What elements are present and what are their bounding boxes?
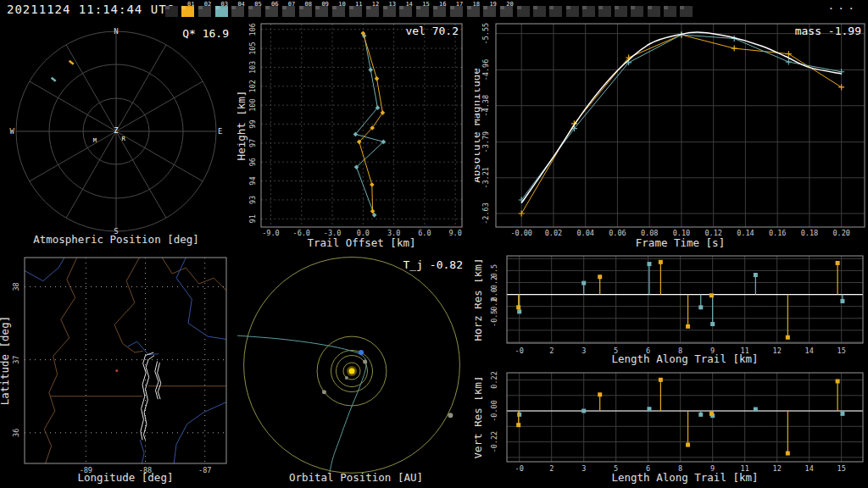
tab-notch: [483, 6, 487, 9]
frame-tab-blank-5[interactable]: [582, 6, 595, 17]
x-tick-label: -0.00: [510, 229, 532, 237]
x-tick-label: 12: [773, 347, 782, 355]
series-station-1: [516, 260, 839, 340]
frame-tab-blank-7[interactable]: [615, 6, 627, 17]
frame-tab-15[interactable]: 15: [416, 6, 429, 17]
frame-tab-blank-11[interactable]: [680, 6, 693, 17]
x-tick-label: 12: [773, 464, 782, 473]
frame-tab-18[interactable]: 18: [467, 6, 480, 17]
frame-tab-blank-2[interactable]: [533, 6, 546, 17]
y-tick-label: -2.63: [481, 202, 490, 225]
x-tick-label: 0.06: [609, 229, 626, 237]
tab-notch: [332, 6, 337, 9]
frame-tab-blank-3[interactable]: [549, 6, 562, 17]
frame-tab-03[interactable]: 03: [215, 6, 228, 17]
y-tick-label: -3.21: [481, 167, 490, 189]
frame-tab-19[interactable]: 19: [483, 6, 496, 17]
river-3: [128, 341, 159, 355]
frame-tab-blank-4[interactable]: [566, 6, 579, 17]
frame-tab-11[interactable]: 11: [349, 6, 362, 17]
y-tick-label: 0.22: [490, 371, 498, 388]
tab-number: 16: [439, 1, 446, 8]
frame-tab-08[interactable]: 08: [299, 6, 312, 17]
x-tick-label: 15: [837, 347, 846, 355]
tab-notch: [648, 6, 652, 9]
tab-notch: [299, 6, 303, 9]
x-tick-label: 2: [549, 347, 554, 355]
tab-notch: [315, 6, 320, 9]
river-1: [176, 258, 226, 340]
y-tick-label: 106: [248, 23, 257, 36]
x-tick-label: 0.16: [769, 229, 786, 237]
tab-number: 18: [473, 1, 480, 8]
y-tick-label: -4.96: [481, 59, 490, 81]
x-axis-label: Length Along Trail [km]: [611, 471, 758, 484]
frame-tab-07[interactable]: 07: [282, 6, 295, 17]
x-tick-label: 3: [581, 347, 586, 355]
tab-number: 10: [338, 1, 345, 8]
ground-track-marker: [115, 369, 118, 372]
tab-number: 02: [204, 1, 211, 8]
grid: [507, 256, 863, 343]
compass-e: E: [218, 127, 222, 136]
tab-notch: [664, 6, 668, 9]
x-tick-label: 15: [837, 464, 846, 473]
tab-notch: [198, 6, 203, 9]
tab-notch: [680, 6, 684, 9]
orbital-position-chart: T_j -0.82Orbital Position [AU]: [237, 254, 475, 488]
frame-tab-blank-1[interactable]: [517, 6, 530, 17]
x-tick-label: 14: [805, 464, 814, 473]
lake-shore-1: [143, 356, 154, 441]
frame-tab-blank-9[interactable]: [648, 6, 660, 17]
tab-number: 08: [305, 1, 312, 8]
tab-notch: [467, 6, 471, 9]
frame-tab-02[interactable]: 02: [198, 6, 211, 17]
state-border-3: [114, 258, 143, 352]
meteor-streak-1: [52, 78, 56, 81]
y-tick-label: -0.00: [490, 400, 498, 422]
frame-tab-13[interactable]: 13: [383, 6, 396, 17]
frame-tab-blank-6[interactable]: [598, 6, 611, 17]
grid: [507, 373, 863, 462]
tab-number: 13: [389, 1, 396, 8]
tab-notch: [566, 6, 570, 9]
frame-tab-10[interactable]: 10: [332, 6, 345, 17]
frame-tab-blank-lead[interactable]: [165, 6, 178, 17]
frame-tab-16[interactable]: 16: [433, 6, 446, 17]
lat-tick-label: 38: [12, 282, 20, 291]
y-tick-label: 100: [248, 98, 257, 111]
overflow-menu[interactable]: ···: [828, 2, 858, 14]
frame-tab-06[interactable]: 06: [265, 6, 278, 17]
frame-tab-09[interactable]: 09: [315, 6, 328, 17]
y-tick-label: -0.5: [490, 309, 498, 326]
tab-notch: [248, 6, 253, 9]
x-axis-label: Trail Offset [km]: [308, 236, 416, 249]
y-tick-label: -4.38: [481, 95, 490, 117]
frame-tab-01[interactable]: 01: [181, 6, 194, 17]
sun: [349, 369, 355, 374]
tab-number: 05: [254, 1, 261, 8]
y-tick-label: 0.2: [490, 276, 498, 289]
x-tick-label: 0.18: [801, 229, 818, 237]
frame-tab-12[interactable]: 12: [366, 6, 379, 17]
frame-tab-04[interactable]: 04: [231, 6, 244, 17]
tab-notch: [181, 6, 186, 9]
tab-number: 04: [237, 1, 244, 8]
x-tick-label: 14: [805, 347, 814, 355]
orbital-position-panel: T_j -0.82Orbital Position [AU]: [237, 254, 475, 488]
frame-tab-14[interactable]: 14: [399, 6, 412, 17]
tab-number: 15: [422, 1, 429, 8]
frame-tab-17[interactable]: 17: [450, 6, 463, 17]
magnitude-panel: -0.000.020.040.060.080.100.120.140.160.1…: [475, 21, 868, 252]
frame-tab-05[interactable]: 05: [248, 6, 261, 17]
frame-tab-blank-8[interactable]: [631, 6, 643, 17]
orbit-4: [244, 257, 460, 473]
x-tick-label: -0: [515, 464, 524, 473]
tab-notch: [282, 6, 287, 9]
tab-number: 17: [456, 1, 463, 8]
tab-number: 09: [321, 1, 328, 8]
frame-tab-blank-10[interactable]: [664, 6, 676, 17]
tab-notch: [433, 6, 437, 9]
frame-tab-20[interactable]: 20: [500, 6, 513, 17]
vert-res-chart: -0235689111214150.22-0.00-0.22Length Alo…: [475, 366, 868, 488]
